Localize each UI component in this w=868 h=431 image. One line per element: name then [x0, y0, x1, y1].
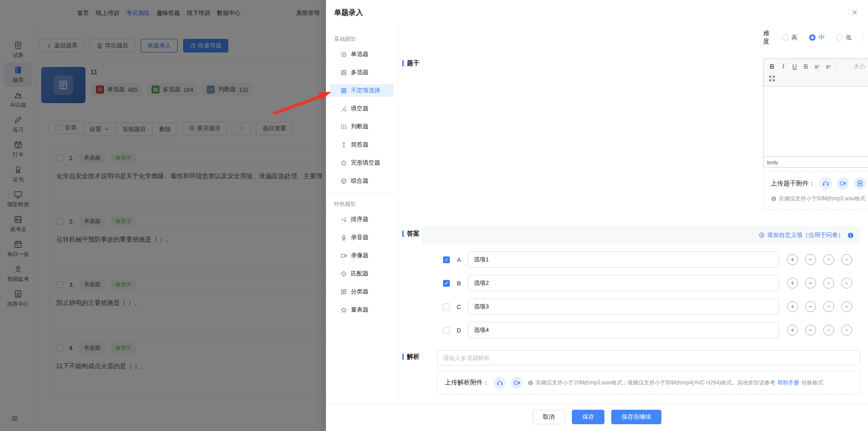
question-type-item[interactable]: 不定项选择 — [330, 84, 394, 97]
drawer-title: 单题录入 — [334, 8, 363, 18]
editor-toolbar-button[interactable]: B — [766, 61, 778, 72]
question-type-item[interactable]: 简答题 — [330, 138, 394, 151]
difficulty-radio-option[interactable]: 中 — [809, 33, 825, 42]
option-checkbox[interactable] — [443, 256, 450, 263]
question-type-item[interactable]: A 排序题 — [330, 213, 394, 226]
question-type-label: 录像题 — [351, 251, 368, 260]
strikethrough-icon: S — [804, 63, 808, 70]
category-icon — [340, 289, 347, 295]
answer-section-label: 答案 — [402, 230, 420, 238]
difficulty-radio-option[interactable]: 高 — [782, 33, 797, 42]
question-type-label: 分类题 — [351, 288, 368, 296]
add-option-button[interactable] — [787, 254, 798, 265]
question-type-label: 匹配题 — [351, 270, 368, 278]
plus-icon — [790, 280, 795, 286]
cancel-button[interactable]: 取消 — [533, 410, 565, 424]
analysis-upload-label: 上传解析附件： — [445, 379, 489, 387]
minus-icon — [808, 304, 813, 309]
minus-icon — [808, 257, 813, 262]
question-type-item[interactable]: 量表题 — [330, 303, 394, 316]
option-text-input[interactable] — [468, 298, 779, 315]
answer-header-bar: 添加自定义项（仅用于问卷） — [422, 226, 860, 244]
upload-attachment-button[interactable] — [854, 177, 866, 189]
editor-toolbar-button[interactable]: x2 — [823, 61, 834, 72]
answer-option-row: D — [443, 322, 852, 338]
move-option-up-button[interactable] — [823, 254, 834, 265]
answer-option-row: C — [443, 298, 852, 315]
overlay-mask[interactable] — [0, 0, 326, 431]
info-icon — [528, 380, 533, 386]
move-option-down-button[interactable] — [841, 278, 852, 289]
add-option-button[interactable] — [787, 325, 798, 336]
option-checkbox[interactable] — [443, 303, 450, 310]
difficulty-radio-option[interactable]: 低 — [836, 33, 852, 42]
close-button[interactable] — [851, 9, 858, 17]
stem-upload-label: 上传题干附件： — [771, 180, 815, 188]
editor-toolbar-button[interactable]: I — [778, 61, 789, 72]
question-type-item[interactable]: 单选题 — [330, 48, 394, 61]
move-option-up-button[interactable] — [823, 301, 834, 312]
move-option-down-button[interactable] — [841, 325, 852, 336]
bold-icon: B — [769, 63, 774, 70]
question-type-item[interactable]: 判断题 — [330, 120, 394, 133]
remove-option-button[interactable] — [805, 278, 816, 289]
option-text-input[interactable] — [468, 322, 779, 338]
question-type-item[interactable]: 分类题 — [330, 285, 394, 298]
svg-text:A: A — [341, 217, 344, 221]
option-letter: A — [456, 256, 462, 263]
chevron-up-icon — [826, 304, 831, 309]
difficulty-row: 难度 高 中 低 文本粘贴模式： 带格式粘贴 — [763, 30, 868, 45]
question-type-item[interactable]: A 完形填空题 — [330, 156, 394, 169]
info-icon[interactable] — [847, 232, 854, 239]
move-option-down-button[interactable] — [841, 254, 852, 265]
editor-toolbar-button[interactable]: S — [800, 61, 811, 72]
video-camera-icon — [340, 252, 347, 259]
editor-toolbar: B I U S x2 x2 大小 A — [764, 59, 868, 73]
move-option-down-button[interactable] — [841, 301, 852, 312]
question-type-item[interactable]: 匹配题 — [330, 267, 394, 280]
microphone-icon — [340, 234, 347, 241]
option-checkbox[interactable] — [443, 327, 450, 334]
question-type-item[interactable]: 录音题 — [330, 231, 394, 244]
question-type-item[interactable]: 组合题 — [330, 175, 394, 187]
question-type-item[interactable]: 填空题 — [330, 102, 394, 115]
upload-attachment-button[interactable] — [494, 377, 506, 389]
save-button[interactable]: 保存 — [572, 410, 604, 424]
move-option-up-button[interactable] — [823, 278, 834, 289]
divider — [863, 34, 864, 41]
remove-option-button[interactable] — [805, 301, 816, 312]
add-option-button[interactable] — [787, 278, 798, 289]
editor-toolbar-button[interactable]: 大小 — [838, 61, 868, 72]
upload-attachment-button[interactable] — [511, 377, 523, 389]
question-type-item[interactable]: 录像题 — [330, 249, 394, 262]
editor-content[interactable] — [764, 86, 868, 156]
remove-option-button[interactable] — [805, 254, 816, 265]
help-manual-link[interactable]: 帮助手册 — [778, 379, 799, 387]
editor-toolbar-button[interactable] — [836, 62, 836, 71]
question-type-item[interactable]: 多选题 — [330, 66, 394, 79]
upload-attachment-button[interactable] — [820, 177, 832, 189]
maximize-button[interactable] — [766, 73, 778, 84]
radio-control[interactable] — [782, 34, 788, 41]
stem-upload-tip: 音频仅支持小于50M的mp3,wav格式；视频仅支持小于500M的mp4(AVC… — [771, 195, 868, 203]
add-custom-option-link[interactable]: 添加自定义项（仅用于问卷） — [759, 231, 844, 239]
radio-control[interactable] — [836, 34, 843, 41]
page-root: { "colors":{"primary":"#3e7bfa","button_… — [0, 0, 868, 431]
radio-control[interactable] — [809, 34, 816, 41]
save-continue-button[interactable]: 保存后继续 — [611, 410, 661, 424]
fill-blank-icon — [340, 105, 347, 112]
question-type-label: 简答题 — [351, 141, 368, 149]
option-letter: B — [456, 280, 462, 287]
add-option-button[interactable] — [787, 301, 798, 312]
option-text-input[interactable] — [468, 251, 779, 268]
move-option-up-button[interactable] — [823, 325, 834, 336]
editor-toolbar-button[interactable]: U — [789, 61, 800, 72]
answer-option-row: B — [443, 275, 852, 291]
editor-toolbar-button[interactable]: x2 — [811, 61, 823, 72]
upload-attachment-button[interactable] — [837, 177, 849, 189]
question-type-label: 单选题 — [351, 50, 368, 58]
analysis-input[interactable] — [437, 350, 860, 365]
option-checkbox[interactable] — [443, 280, 450, 287]
remove-option-button[interactable] — [805, 325, 816, 336]
option-text-input[interactable] — [468, 275, 779, 291]
